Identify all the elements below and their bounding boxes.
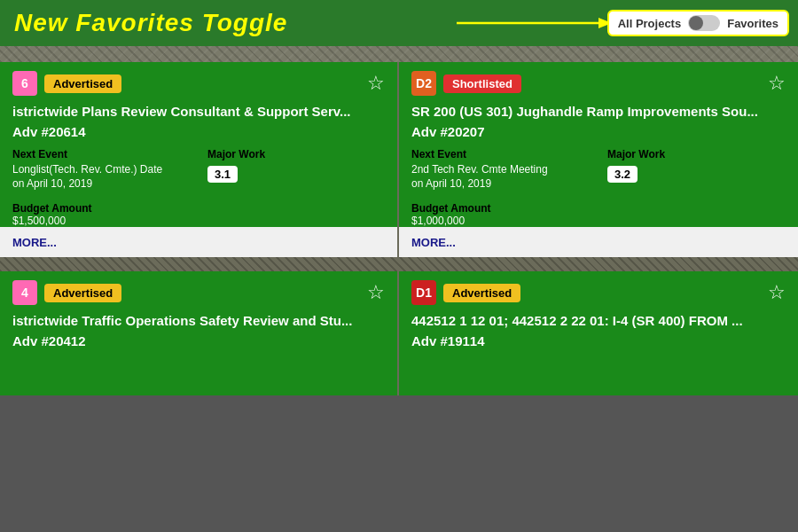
district-badge-6: 6 [12, 71, 37, 96]
card-footer-2: MORE... [399, 227, 798, 257]
budget-label-2: Budget Amount [411, 202, 786, 215]
card-adv-2: Adv #20207 [411, 124, 786, 139]
rock-divider-middle [0, 257, 798, 271]
card-header-bottom-right: D1 Advertised ☆ [411, 280, 786, 305]
more-link-2[interactable]: MORE... [411, 236, 456, 249]
card-footer-1: MORE... [0, 227, 397, 257]
next-event-col-2: Next Event 2nd Tech Rev. Cmte Meetingon … [411, 148, 590, 192]
major-work-label-1: Major Work [207, 148, 385, 160]
budget-section-1: Budget Amount $1,500,000 [12, 202, 385, 227]
card-header-top-left: 6 Advertised ☆ [12, 71, 385, 96]
header-bar: New Favorites Toggle All Projects Favori… [0, 0, 798, 46]
major-work-col-2: Major Work 3.2 [607, 148, 786, 192]
star-icon-1[interactable]: ☆ [367, 72, 385, 95]
card-top-right: D2 Shortlisted ☆ SR 200 (US 301) Jughand… [399, 62, 798, 257]
card-bottom-right: D1 Advertised ☆ 442512 1 12 01; 442512 2… [399, 271, 798, 395]
more-link-1[interactable]: MORE... [12, 236, 57, 249]
rock-texture-top [0, 46, 798, 62]
status-badge-advertised-1: Advertised [44, 74, 121, 93]
toggle-switch[interactable] [688, 15, 720, 31]
next-event-value-2: 2nd Tech Rev. Cmte Meetingon April 10, 2… [411, 162, 590, 192]
status-badge-advertised-4: Advertised [443, 284, 520, 302]
toggle-knob [689, 16, 703, 30]
district-badge-d2: D2 [411, 71, 436, 96]
budget-value-1: $1,500,000 [12, 215, 385, 227]
budget-value-2: $1,000,000 [411, 215, 786, 227]
favorites-toggle-container: All Projects Favorites [607, 10, 789, 36]
next-event-value-1: Longlist(Tech. Rev. Cmte.) Dateon April … [12, 162, 190, 192]
cards-grid: 6 Advertised ☆ istrictwide Plans Review … [0, 62, 798, 395]
card-adv-3: Adv #20412 [12, 333, 385, 348]
card-top-left: 6 Advertised ☆ istrictwide Plans Review … [0, 62, 399, 257]
header-title: New Favorites Toggle [14, 9, 287, 37]
next-event-label-2: Next Event [411, 148, 590, 160]
budget-label-1: Budget Amount [12, 202, 385, 215]
status-badge-advertised-3: Advertised [44, 284, 121, 302]
next-event-label-1: Next Event [12, 148, 190, 160]
star-icon-4[interactable]: ☆ [768, 281, 786, 304]
star-icon-2[interactable]: ☆ [768, 72, 786, 95]
major-work-value-1: 3.1 [207, 166, 238, 183]
major-work-label-2: Major Work [607, 148, 786, 160]
card-adv-4: Adv #19114 [411, 333, 786, 348]
major-work-value-2: 3.2 [607, 166, 638, 183]
district-badge-d1: D1 [411, 280, 436, 305]
major-work-col-1: Major Work 3.1 [207, 148, 385, 192]
card-title-3: istrictwide Traffic Operations Safety Re… [12, 312, 385, 330]
next-event-col-1: Next Event Longlist(Tech. Rev. Cmte.) Da… [12, 148, 190, 192]
budget-section-2: Budget Amount $1,000,000 [411, 202, 786, 227]
card-info-row-2: Next Event 2nd Tech Rev. Cmte Meetingon … [411, 148, 786, 192]
favorites-label: Favorites [727, 17, 778, 30]
status-badge-shortlisted: Shortlisted [443, 74, 521, 93]
district-badge-4: 4 [12, 280, 37, 305]
card-header-bottom-left: 4 Advertised ☆ [12, 280, 385, 305]
card-title-4: 442512 1 12 01; 442512 2 22 01: I-4 (SR … [411, 312, 786, 330]
arrow-decoration [457, 7, 616, 39]
card-info-row-1: Next Event Longlist(Tech. Rev. Cmte.) Da… [12, 148, 385, 192]
card-header-top-right: D2 Shortlisted ☆ [411, 71, 786, 96]
card-bottom-left: 4 Advertised ☆ istrictwide Traffic Opera… [0, 271, 399, 395]
card-adv-1: Adv #20614 [12, 124, 385, 139]
all-projects-label: All Projects [618, 17, 682, 30]
star-icon-3[interactable]: ☆ [367, 281, 385, 304]
card-title-2: SR 200 (US 301) Jughandle Ramp Improveme… [411, 103, 786, 121]
card-title-1: istrictwide Plans Review Consultant & Su… [12, 103, 385, 121]
